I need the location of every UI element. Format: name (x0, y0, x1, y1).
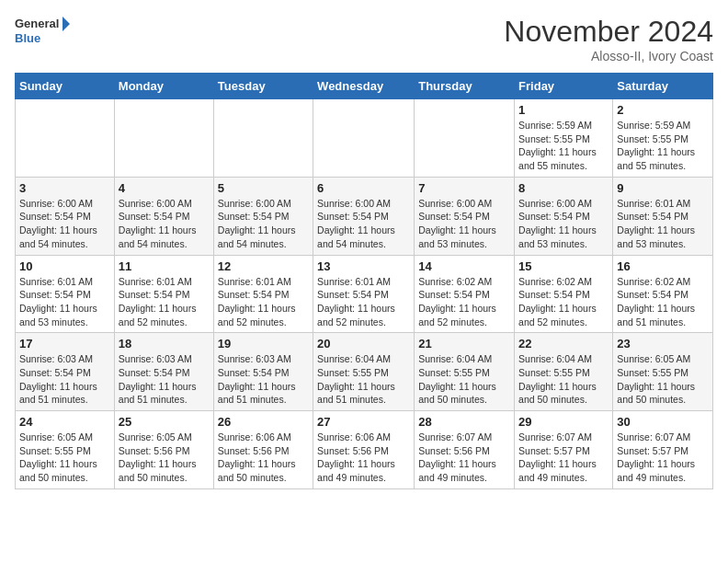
calendar-week-row: 1Sunrise: 5:59 AMSunset: 5:55 PMDaylight… (16, 99, 713, 178)
day-number: 5 (218, 181, 309, 195)
day-info: Sunrise: 6:05 AMSunset: 5:55 PMDaylight:… (19, 431, 110, 485)
day-info: Sunrise: 6:00 AMSunset: 5:54 PMDaylight:… (317, 197, 410, 251)
calendar-cell: 29Sunrise: 6:07 AMSunset: 5:57 PMDayligh… (515, 411, 613, 489)
day-number: 3 (19, 181, 110, 195)
weekday-header: Thursday (415, 74, 515, 99)
calendar-cell (16, 99, 115, 178)
title-block: November 2024 Alosso-II, Ivory Coast (504, 15, 713, 63)
day-info: Sunrise: 6:02 AMSunset: 5:54 PMDaylight:… (518, 275, 609, 329)
day-number: 4 (119, 181, 210, 195)
calendar-cell: 17Sunrise: 6:03 AMSunset: 5:54 PMDayligh… (16, 333, 115, 411)
day-number: 7 (418, 181, 510, 195)
calendar-cell (114, 99, 213, 178)
calendar-cell: 4Sunrise: 6:00 AMSunset: 5:54 PMDaylight… (114, 177, 213, 255)
day-number: 17 (19, 337, 110, 350)
calendar-cell: 20Sunrise: 6:04 AMSunset: 5:55 PMDayligh… (313, 333, 415, 411)
calendar-week-row: 24Sunrise: 6:05 AMSunset: 5:55 PMDayligh… (16, 411, 713, 489)
day-info: Sunrise: 6:01 AMSunset: 5:54 PMDaylight:… (617, 197, 709, 251)
day-info: Sunrise: 6:02 AMSunset: 5:54 PMDaylight:… (418, 275, 510, 329)
calendar-cell: 16Sunrise: 6:02 AMSunset: 5:54 PMDayligh… (613, 255, 713, 333)
calendar-cell: 8Sunrise: 6:00 AMSunset: 5:54 PMDaylight… (515, 177, 613, 255)
day-info: Sunrise: 6:00 AMSunset: 5:54 PMDaylight:… (218, 197, 309, 251)
day-info: Sunrise: 6:07 AMSunset: 5:57 PMDaylight:… (518, 431, 609, 485)
day-number: 20 (317, 337, 410, 350)
calendar-cell (415, 99, 515, 178)
day-number: 15 (518, 259, 609, 273)
day-info: Sunrise: 6:02 AMSunset: 5:54 PMDaylight:… (617, 275, 709, 329)
weekday-header: Tuesday (213, 74, 313, 99)
calendar-cell: 15Sunrise: 6:02 AMSunset: 5:54 PMDayligh… (515, 255, 613, 333)
weekday-header: Saturday (613, 74, 713, 99)
weekday-header-row: SundayMondayTuesdayWednesdayThursdayFrid… (16, 74, 713, 99)
day-info: Sunrise: 6:01 AMSunset: 5:54 PMDaylight:… (218, 275, 309, 329)
logo-svg: General Blue (15, 15, 70, 48)
day-info: Sunrise: 6:01 AMSunset: 5:54 PMDaylight:… (19, 275, 110, 329)
calendar-cell (213, 99, 313, 178)
day-number: 18 (119, 337, 210, 350)
day-info: Sunrise: 6:01 AMSunset: 5:54 PMDaylight:… (119, 275, 210, 329)
logo: General Blue (15, 15, 70, 48)
day-number: 26 (218, 415, 309, 429)
day-info: Sunrise: 6:00 AMSunset: 5:54 PMDaylight:… (19, 197, 110, 251)
calendar-cell: 21Sunrise: 6:04 AMSunset: 5:55 PMDayligh… (415, 333, 515, 411)
day-info: Sunrise: 6:04 AMSunset: 5:55 PMDaylight:… (317, 352, 410, 407)
calendar-week-row: 17Sunrise: 6:03 AMSunset: 5:54 PMDayligh… (16, 333, 713, 411)
day-number: 10 (19, 259, 110, 273)
day-number: 12 (218, 259, 309, 273)
day-number: 27 (317, 415, 410, 429)
calendar-cell: 7Sunrise: 6:00 AMSunset: 5:54 PMDaylight… (415, 177, 515, 255)
day-number: 30 (617, 415, 709, 429)
calendar-cell: 11Sunrise: 6:01 AMSunset: 5:54 PMDayligh… (114, 255, 213, 333)
day-info: Sunrise: 6:03 AMSunset: 5:54 PMDaylight:… (119, 352, 210, 407)
svg-marker-1 (63, 17, 70, 31)
svg-text:General: General (15, 17, 59, 30)
calendar-week-row: 3Sunrise: 6:00 AMSunset: 5:54 PMDaylight… (16, 177, 713, 255)
month-title: November 2024 (504, 15, 713, 49)
location: Alosso-II, Ivory Coast (504, 49, 713, 63)
calendar-cell: 25Sunrise: 6:05 AMSunset: 5:56 PMDayligh… (114, 411, 213, 489)
calendar-cell: 23Sunrise: 6:05 AMSunset: 5:55 PMDayligh… (613, 333, 713, 411)
day-number: 2 (617, 103, 709, 117)
calendar-cell: 2Sunrise: 5:59 AMSunset: 5:55 PMDaylight… (613, 99, 713, 178)
day-info: Sunrise: 6:07 AMSunset: 5:56 PMDaylight:… (418, 431, 510, 485)
weekday-header: Sunday (16, 74, 115, 99)
day-info: Sunrise: 6:05 AMSunset: 5:55 PMDaylight:… (617, 352, 709, 407)
calendar-table: SundayMondayTuesdayWednesdayThursdayFrid… (15, 73, 713, 489)
calendar-cell: 26Sunrise: 6:06 AMSunset: 5:56 PMDayligh… (213, 411, 313, 489)
calendar-cell: 28Sunrise: 6:07 AMSunset: 5:56 PMDayligh… (415, 411, 515, 489)
calendar-cell: 14Sunrise: 6:02 AMSunset: 5:54 PMDayligh… (415, 255, 515, 333)
day-number: 14 (418, 259, 510, 273)
day-info: Sunrise: 6:06 AMSunset: 5:56 PMDaylight:… (218, 431, 309, 485)
day-number: 11 (119, 259, 210, 273)
day-info: Sunrise: 6:00 AMSunset: 5:54 PMDaylight:… (119, 197, 210, 251)
svg-text:Blue: Blue (15, 31, 40, 45)
day-number: 9 (617, 181, 709, 195)
calendar-cell (313, 99, 415, 178)
calendar-cell: 3Sunrise: 6:00 AMSunset: 5:54 PMDaylight… (16, 177, 115, 255)
day-number: 21 (418, 337, 510, 350)
day-info: Sunrise: 6:03 AMSunset: 5:54 PMDaylight:… (19, 352, 110, 407)
calendar-week-row: 10Sunrise: 6:01 AMSunset: 5:54 PMDayligh… (16, 255, 713, 333)
calendar-cell: 22Sunrise: 6:04 AMSunset: 5:55 PMDayligh… (515, 333, 613, 411)
calendar-cell: 6Sunrise: 6:00 AMSunset: 5:54 PMDaylight… (313, 177, 415, 255)
calendar-cell: 1Sunrise: 5:59 AMSunset: 5:55 PMDaylight… (515, 99, 613, 178)
day-info: Sunrise: 6:04 AMSunset: 5:55 PMDaylight:… (418, 352, 510, 407)
day-number: 25 (119, 415, 210, 429)
weekday-header: Wednesday (313, 74, 415, 99)
weekday-header: Friday (515, 74, 613, 99)
calendar-cell: 30Sunrise: 6:07 AMSunset: 5:57 PMDayligh… (613, 411, 713, 489)
day-number: 23 (617, 337, 709, 350)
calendar-cell: 13Sunrise: 6:01 AMSunset: 5:54 PMDayligh… (313, 255, 415, 333)
calendar-cell: 12Sunrise: 6:01 AMSunset: 5:54 PMDayligh… (213, 255, 313, 333)
calendar-cell: 24Sunrise: 6:05 AMSunset: 5:55 PMDayligh… (16, 411, 115, 489)
day-info: Sunrise: 6:06 AMSunset: 5:56 PMDaylight:… (317, 431, 410, 485)
day-number: 8 (518, 181, 609, 195)
page-header: General Blue November 2024 Alosso-II, Iv… (15, 15, 713, 63)
day-info: Sunrise: 6:01 AMSunset: 5:54 PMDaylight:… (317, 275, 410, 329)
day-number: 6 (317, 181, 410, 195)
day-info: Sunrise: 6:05 AMSunset: 5:56 PMDaylight:… (119, 431, 210, 485)
day-number: 29 (518, 415, 609, 429)
day-number: 28 (418, 415, 510, 429)
day-info: Sunrise: 6:04 AMSunset: 5:55 PMDaylight:… (518, 352, 609, 407)
calendar-cell: 5Sunrise: 6:00 AMSunset: 5:54 PMDaylight… (213, 177, 313, 255)
